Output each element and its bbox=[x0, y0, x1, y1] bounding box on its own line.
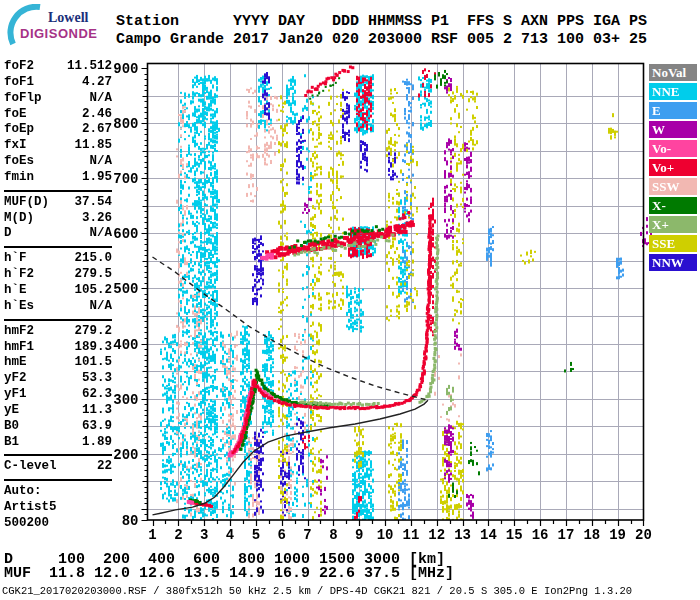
legend-item-Vo-: Vo- bbox=[649, 140, 697, 157]
param-row: B063.9 bbox=[4, 419, 112, 435]
legend-item-E: E bbox=[649, 102, 697, 119]
muf-row: MUF 11.8 12.0 12.6 13.5 14.9 16.9 22.6 3… bbox=[4, 565, 454, 582]
legend-item-X+: X+ bbox=[649, 216, 697, 233]
legend-item-Vo+: Vo+ bbox=[649, 159, 697, 176]
param-value: 1.89 bbox=[82, 435, 112, 451]
param-value: 63.9 bbox=[82, 419, 112, 435]
param-row: MUF(D)37.54 bbox=[4, 195, 112, 211]
param-value: 11.85 bbox=[74, 138, 112, 154]
scaled-parameters-panel: foF211.512foF14.27foFlpN/AfoE2.46foEp2.6… bbox=[4, 59, 112, 532]
legend-item-X-: X- bbox=[649, 197, 697, 214]
param-row: h`E105.2 bbox=[4, 283, 112, 299]
param-row: yE11.3 bbox=[4, 403, 112, 419]
digisonde-ionogram-screen: Lowell DIGISONDE Station YYYY DAY DDD HH… bbox=[0, 0, 700, 600]
param-value: N/A bbox=[89, 226, 112, 242]
status-line: CGK21_2017020203000.RSF / 380fx512h 50 k… bbox=[2, 585, 632, 597]
param-label: foE bbox=[4, 107, 27, 123]
param-separator bbox=[4, 475, 112, 484]
param-label: B0 bbox=[4, 419, 19, 435]
param-row: DN/A bbox=[4, 226, 112, 242]
param-row: fmin1.95 bbox=[4, 170, 112, 186]
param-row: yF253.3 bbox=[4, 371, 112, 387]
param-label: D bbox=[4, 226, 12, 242]
param-row: foFlpN/A bbox=[4, 91, 112, 107]
param-value: 3.26 bbox=[82, 211, 112, 227]
param-value: 279.2 bbox=[74, 324, 112, 340]
param-label: foEs bbox=[4, 154, 34, 170]
param-row: h`F215.0 bbox=[4, 251, 112, 267]
param-label: B1 bbox=[4, 435, 19, 451]
param-row: yF162.3 bbox=[4, 387, 112, 403]
param-row: hmE101.5 bbox=[4, 355, 112, 371]
param-row: fxI11.85 bbox=[4, 138, 112, 154]
param-row: foF14.27 bbox=[4, 75, 112, 91]
param-row: h`EsN/A bbox=[4, 299, 112, 315]
param-value: 11.512 bbox=[67, 59, 112, 75]
param-row: hmF2279.2 bbox=[4, 324, 112, 340]
param-label: 500200 bbox=[4, 516, 49, 532]
param-separator bbox=[4, 242, 112, 251]
param-value: 37.54 bbox=[74, 195, 112, 211]
param-row: foEsN/A bbox=[4, 154, 112, 170]
param-label: fxI bbox=[4, 138, 27, 154]
legend-item-NNW: NNW bbox=[649, 254, 697, 271]
param-row: M(D)3.26 bbox=[4, 211, 112, 227]
muf-table: D 100 200 400 600 800 1000 1500 3000 [km… bbox=[4, 553, 454, 581]
param-value: N/A bbox=[89, 299, 112, 315]
param-label: foF2 bbox=[4, 59, 34, 75]
param-value: 189.3 bbox=[74, 340, 112, 356]
legend-item-NoVal: NoVal bbox=[649, 64, 697, 81]
param-label: yF1 bbox=[4, 387, 27, 403]
param-row: hmF1189.3 bbox=[4, 340, 112, 356]
param-label: h`F2 bbox=[4, 267, 34, 283]
param-value: 1.95 bbox=[82, 170, 112, 186]
param-label: foFlp bbox=[4, 91, 42, 107]
param-separator bbox=[4, 450, 112, 459]
param-value: N/A bbox=[89, 91, 112, 107]
param-value: 105.2 bbox=[74, 283, 112, 299]
param-value: 2.67 bbox=[82, 122, 112, 138]
param-row: foE2.46 bbox=[4, 107, 112, 123]
legend-item-SSE: SSE bbox=[649, 235, 697, 252]
param-label: Artist5 bbox=[4, 500, 57, 516]
param-value: 53.3 bbox=[82, 371, 112, 387]
legend-item-SSW: SSW bbox=[649, 178, 697, 195]
param-value: N/A bbox=[89, 154, 112, 170]
echo-color-legend: NoValNNEEWVo-Vo+SSWX-X+SSENNW bbox=[649, 64, 697, 273]
param-label: fmin bbox=[4, 170, 34, 186]
param-row: Artist5 bbox=[4, 500, 112, 516]
param-label: MUF(D) bbox=[4, 195, 49, 211]
param-label: yF2 bbox=[4, 371, 27, 387]
param-label: yE bbox=[4, 403, 19, 419]
param-row: 500200 bbox=[4, 516, 112, 532]
param-label: h`E bbox=[4, 283, 27, 299]
param-label: foF1 bbox=[4, 75, 34, 91]
legend-item-NNE: NNE bbox=[649, 83, 697, 100]
param-value: 11.3 bbox=[82, 403, 112, 419]
param-label: h`Es bbox=[4, 299, 34, 315]
param-label: hmF1 bbox=[4, 340, 34, 356]
param-separator bbox=[4, 315, 112, 324]
param-row: B11.89 bbox=[4, 435, 112, 451]
param-value: 62.3 bbox=[82, 387, 112, 403]
param-label: foEp bbox=[4, 122, 34, 138]
param-label: hmF2 bbox=[4, 324, 34, 340]
param-value: 101.5 bbox=[74, 355, 112, 371]
param-row: foF211.512 bbox=[4, 59, 112, 75]
param-label: M(D) bbox=[4, 211, 34, 227]
param-value: 22 bbox=[97, 459, 112, 475]
param-label: C-level bbox=[4, 459, 57, 475]
param-label: h`F bbox=[4, 251, 27, 267]
param-value: 2.46 bbox=[82, 107, 112, 123]
legend-item-W: W bbox=[649, 121, 697, 138]
param-label: Auto: bbox=[4, 484, 42, 500]
param-value: 215.0 bbox=[74, 251, 112, 267]
param-label: hmE bbox=[4, 355, 27, 371]
param-row: foEp2.67 bbox=[4, 122, 112, 138]
param-row: C-level22 bbox=[4, 459, 112, 475]
param-value: 279.5 bbox=[74, 267, 112, 283]
param-row: h`F2279.5 bbox=[4, 267, 112, 283]
param-row: Auto: bbox=[4, 484, 112, 500]
param-value: 4.27 bbox=[82, 75, 112, 91]
param-separator bbox=[4, 186, 112, 195]
